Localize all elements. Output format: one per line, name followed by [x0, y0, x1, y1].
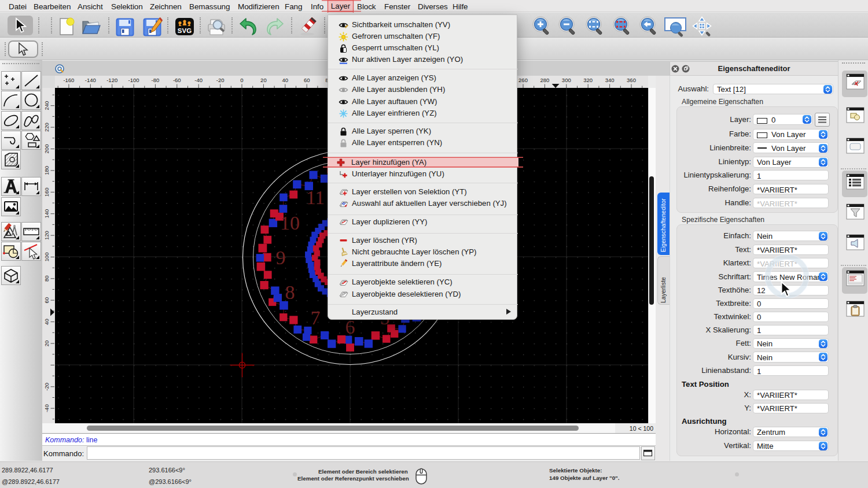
svg-text:160: 160	[43, 187, 50, 197]
svg-text:60: 60	[304, 77, 310, 83]
svg-text:340: 340	[605, 77, 615, 83]
svg-text:20: 20	[43, 341, 50, 347]
svg-text:10: 10	[280, 212, 300, 234]
svg-text:-140: -140	[85, 77, 96, 83]
svg-text:220: 220	[43, 123, 50, 132]
svg-text:40: 40	[43, 319, 50, 325]
svg-text:140: 140	[43, 209, 50, 219]
svg-text:-120: -120	[106, 77, 117, 83]
svg-text:-40: -40	[43, 404, 50, 412]
svg-text:-40: -40	[194, 77, 203, 83]
svg-text:40: 40	[282, 77, 289, 83]
svg-text:7: 7	[311, 307, 321, 328]
svg-text:0: 0	[240, 77, 243, 83]
svg-text:180: 180	[43, 166, 50, 175]
svg-text:-20: -20	[43, 383, 50, 391]
svg-text:20: 20	[260, 77, 267, 83]
svg-text:-60: -60	[173, 77, 181, 83]
svg-text:300: 300	[562, 77, 571, 83]
svg-text:200: 200	[43, 145, 50, 154]
svg-text:9: 9	[276, 247, 286, 268]
svg-text:360: 360	[627, 77, 636, 83]
svg-text:60: 60	[43, 297, 50, 304]
svg-text:260: 260	[518, 77, 528, 83]
svg-text:11: 11	[306, 187, 325, 208]
svg-text:-160: -160	[63, 77, 74, 83]
svg-text:240: 240	[43, 101, 50, 110]
svg-text:8: 8	[285, 282, 295, 303]
svg-text:80: 80	[43, 276, 50, 282]
svg-text:-100: -100	[128, 77, 139, 83]
svg-text:320: 320	[583, 77, 593, 83]
svg-text:-80: -80	[152, 77, 160, 83]
svg-text:120: 120	[43, 231, 50, 240]
svg-text:SVG: SVG	[178, 27, 192, 34]
svg-text:280: 280	[540, 77, 549, 83]
svg-text:-20: -20	[216, 77, 225, 83]
svg-text:100: 100	[43, 253, 50, 262]
